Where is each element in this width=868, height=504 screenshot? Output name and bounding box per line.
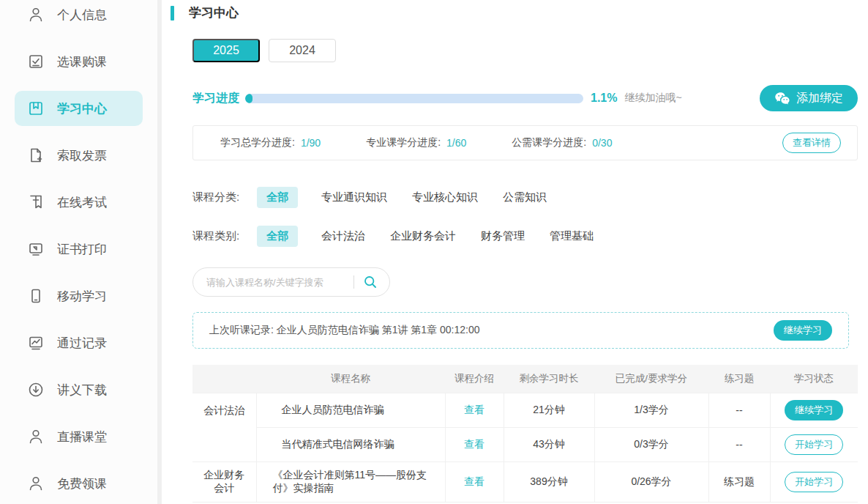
app-window: 个人信息 选课购课 学习中心 索取发票 — [0, 0, 868, 504]
main-content: 学习中心 2025 2024 学习进度 1.1% 继续加油哦~ — [162, 0, 868, 504]
public-credit-progress: 公需课学分进度: 0/30 — [512, 136, 612, 149]
type-option-corporate-finance[interactable]: 企业财务会计 — [390, 229, 456, 243]
view-intro-link[interactable]: 查看 — [464, 475, 484, 487]
table-row: 会计法治 企业人员防范电信诈骗 查看 21分钟 1/3学分 -- 继续学习 — [192, 393, 858, 427]
sidebar-item-course-select[interactable]: 选课购课 — [0, 38, 157, 85]
invoice-icon — [28, 147, 45, 164]
credits-cell: 0/26学分 — [594, 462, 708, 502]
search-button[interactable] — [363, 275, 378, 289]
professional-credit-value: 1/60 — [446, 137, 466, 149]
sidebar-item-free-course[interactable]: 免费领课 — [0, 460, 157, 504]
study-progress-row: 学习进度 1.1% 继续加油哦~ 添加绑定 — [192, 84, 858, 112]
tab-2024[interactable]: 2024 — [269, 39, 336, 62]
add-binding-label: 添加绑定 — [796, 91, 843, 106]
course-type-filter: 课程类别: 全部 会计法治 企业财务会计 财务管理 管理基础 — [192, 226, 858, 247]
credits-summary-box: 学习总学分进度: 1/90 专业课学分进度: 1/60 公需课学分进度: 0/3… — [192, 125, 858, 160]
progress-bar-fill — [245, 94, 252, 103]
type-option-mgmt-basics[interactable]: 管理基础 — [550, 229, 594, 243]
start-learning-button[interactable]: 开始学习 — [785, 434, 843, 455]
header-credits: 已完成/要求学分 — [594, 365, 708, 393]
progress-encourage-text: 继续加油哦~ — [624, 92, 681, 105]
remaining-time-cell: 21分钟 — [504, 393, 594, 427]
sidebar-item-label: 讲义下载 — [57, 382, 107, 399]
public-credit-label: 公需课学分进度: — [512, 136, 586, 149]
progress-label: 学习进度 — [192, 91, 239, 106]
sidebar-item-label: 直播课堂 — [57, 429, 107, 445]
table-row: 企业财务会计 《企业会计准则第11号——股份支付》实操指南 查看 389分钟 0… — [192, 462, 858, 502]
remaining-time-cell: 43分钟 — [504, 427, 594, 462]
course-table: 课程名称 课程介绍 剩余学习时长 已完成/要求学分 练习题 学习状态 会计法治 … — [192, 365, 858, 503]
course-category-label: 课程分类: — [192, 190, 257, 204]
type-option-financial-mgmt[interactable]: 财务管理 — [481, 229, 525, 243]
category-option-core[interactable]: 专业核心知识 — [412, 190, 478, 204]
free-course-icon — [28, 475, 45, 492]
sidebar-item-pass-record[interactable]: 通过记录 — [0, 319, 157, 366]
sidebar-item-label: 索取发票 — [57, 147, 107, 164]
category-cell: 企业财务会计 — [192, 462, 256, 502]
public-credit-value: 0/30 — [592, 137, 612, 149]
last-record-box: 上次听课记录: 企业人员防范电信诈骗 第1讲 第1章 00:12:00 继续学习 — [192, 312, 849, 349]
course-name-cell: 当代精准式电信网络诈骗 — [256, 427, 445, 462]
exercise-cell: -- — [708, 393, 770, 427]
page-title-row: 学习中心 — [171, 4, 868, 21]
category-option-general[interactable]: 专业通识知识 — [321, 190, 387, 204]
remaining-time-cell: 389分钟 — [504, 462, 594, 502]
start-learning-button[interactable]: 开始学习 — [785, 472, 843, 492]
header-course-intro: 课程介绍 — [445, 365, 504, 393]
sidebar-item-learning-center[interactable]: 学习中心 — [15, 91, 143, 126]
professional-credit-progress: 专业课学分进度: 1/60 — [366, 136, 466, 149]
mobile-icon — [28, 287, 45, 305]
category-option-all[interactable]: 全部 — [257, 187, 298, 208]
title-accent-bar — [171, 6, 174, 21]
user-icon — [28, 6, 45, 23]
continue-learning-button[interactable]: 继续学习 — [774, 320, 832, 341]
sidebar-item-certificate-print[interactable]: 证书打印 — [0, 226, 157, 273]
sidebar-item-mobile-learning[interactable]: 移动学习 — [0, 273, 157, 319]
sidebar-item-personal-info[interactable]: 个人信息 — [0, 0, 157, 38]
search-input[interactable] — [206, 277, 349, 288]
exam-icon — [28, 193, 45, 211]
bookmark-icon — [28, 100, 45, 117]
year-tabs: 2025 2024 — [192, 39, 858, 62]
view-intro-link[interactable]: 查看 — [464, 404, 484, 415]
sidebar-item-live-class[interactable]: 直播课堂 — [0, 413, 157, 460]
type-option-all[interactable]: 全部 — [257, 226, 298, 247]
credits-cell: 0/3学分 — [594, 427, 708, 462]
sidebar-item-label: 学习中心 — [57, 100, 107, 117]
category-cell: 会计法治 — [192, 393, 256, 462]
header-remaining-time: 剩余学习时长 — [504, 365, 594, 393]
sidebar-item-label: 移动学习 — [57, 288, 107, 305]
header-course-name: 课程名称 — [256, 365, 445, 393]
search-icon — [363, 275, 378, 289]
table-header-row: 课程名称 课程介绍 剩余学习时长 已完成/要求学分 练习题 学习状态 — [192, 365, 858, 393]
sidebar: 个人信息 选课购课 学习中心 索取发票 — [0, 0, 157, 504]
live-class-icon — [28, 428, 45, 445]
course-select-icon — [28, 53, 45, 70]
sidebar-item-invoice[interactable]: 索取发票 — [0, 132, 157, 179]
professional-credit-label: 专业课学分进度: — [366, 136, 441, 149]
exercise-cell: 练习题 — [708, 462, 770, 502]
type-option-accounting-law[interactable]: 会计法治 — [321, 229, 365, 243]
credits-cell: 1/3学分 — [594, 393, 708, 427]
sidebar-menu: 个人信息 选课购课 学习中心 索取发票 — [0, 0, 157, 504]
header-status: 学习状态 — [770, 365, 858, 393]
sidebar-item-online-exam[interactable]: 在线考试 — [0, 179, 157, 226]
continue-learning-button[interactable]: 继续学习 — [785, 400, 843, 420]
last-record-text: 上次听课记录: 企业人员防范电信诈骗 第1讲 第1章 00:12:00 — [209, 324, 480, 337]
sidebar-item-handout-download[interactable]: 讲义下载 — [0, 366, 157, 413]
course-category-filter: 课程分类: 全部 专业通识知识 专业核心知识 公需知识 — [192, 187, 858, 208]
category-option-public[interactable]: 公需知识 — [503, 190, 547, 204]
view-details-button[interactable]: 查看详情 — [782, 133, 841, 153]
add-binding-button[interactable]: 添加绑定 — [760, 85, 858, 111]
course-name-cell: 《企业会计准则第11号——股份支付》实操指南 — [256, 462, 445, 502]
total-credit-progress: 学习总学分进度: 1/90 — [220, 136, 321, 149]
course-type-label: 课程类别: — [192, 229, 257, 243]
sidebar-item-label: 通过记录 — [57, 335, 107, 352]
certificate-print-icon — [28, 240, 45, 258]
view-intro-link[interactable]: 查看 — [464, 438, 484, 450]
tab-2025[interactable]: 2025 — [192, 39, 260, 62]
pass-record-icon — [28, 334, 45, 352]
course-name-cell: 企业人员防范电信诈骗 — [256, 393, 445, 427]
progress-bar — [245, 94, 583, 103]
sidebar-item-label: 选课购课 — [57, 53, 107, 70]
